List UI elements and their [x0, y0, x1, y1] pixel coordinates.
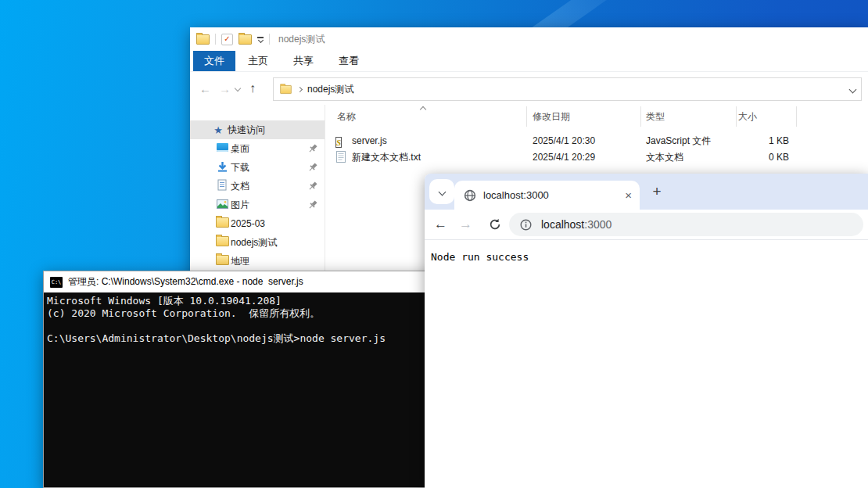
column-header-modified[interactable]: 修改日期 [533, 108, 570, 125]
js-file-icon: S [335, 135, 348, 147]
url-host: localhost [541, 218, 584, 231]
separator [269, 34, 270, 45]
tab-search-button[interactable] [429, 179, 454, 204]
breadcrumb[interactable]: nodejs测试 [307, 83, 353, 96]
cmd-line [47, 320, 477, 332]
desktop-icon [216, 143, 228, 154]
cmd-output: Microsoft Windows [版本 10.0.19041.208] (c… [44, 292, 480, 487]
sidebar-item-downloads[interactable]: 下载 [190, 158, 325, 177]
sidebar-item-quick-access[interactable]: ★ 快速访问 [190, 120, 325, 139]
cmd-line: (c) 2020 Microsoft Corporation. 保留所有权利。 [47, 307, 477, 320]
window-title: nodejs测试 [278, 33, 325, 46]
column-header-name[interactable]: 名称 [337, 108, 356, 125]
pin-icon [307, 162, 318, 173]
close-tab-icon[interactable]: × [625, 189, 632, 201]
address-url[interactable]: localhost:3000 [541, 218, 612, 231]
address-bar[interactable]: nodejs测试 [273, 77, 862, 101]
download-icon [216, 161, 228, 174]
sidebar-item-nodejs-test[interactable]: nodejs测试 [190, 233, 325, 252]
folder-icon [216, 236, 228, 249]
column-header-type[interactable]: 类型 [646, 108, 665, 125]
folder-icon [216, 255, 228, 267]
browser-tabstrip: localhost:3000 × + [425, 174, 868, 210]
page-content-text: Node run success [425, 240, 868, 263]
sidebar-item-2025-03[interactable]: 2025-03 [190, 214, 325, 233]
pictures-icon [216, 199, 228, 211]
sidebar-item-pictures[interactable]: 图片 [190, 196, 325, 214]
cmd-titlebar[interactable]: C:\ 管理员: C:\Windows\System32\cmd.exe - n… [44, 271, 480, 292]
file-row-new-text-document[interactable]: 新建文本文档.txt 2025/4/1 20:29 文本文档 0 KB [325, 149, 868, 166]
quick-access-check-icon[interactable]: ✓ [221, 34, 233, 45]
tab-view[interactable]: 查看 [326, 51, 371, 71]
cmd-line: Microsoft Windows [版本 10.0.19041.208] [47, 295, 477, 307]
file-row-server-js[interactable]: S server.js 2025/4/1 20:30 JavaScript 文件… [325, 133, 868, 149]
back-icon[interactable]: ← [434, 210, 447, 239]
tab-file[interactable]: 文件 [193, 51, 235, 71]
up-icon[interactable]: ↑ [249, 82, 256, 95]
quick-access-star-icon: ★ [212, 124, 224, 136]
reload-icon[interactable] [489, 210, 501, 239]
pin-icon [307, 181, 318, 192]
cmd-icon: C:\ [50, 277, 63, 288]
explorer-titlebar: ✓ nodejs测试 [190, 27, 868, 51]
column-separator[interactable] [796, 106, 797, 127]
history-chevron-icon[interactable] [235, 85, 241, 92]
separator [215, 34, 216, 45]
browser-page: Node run success [425, 240, 868, 488]
cmd-line: C:\Users\Administrator\Desktop\nodejs测试>… [47, 332, 477, 345]
url-port: :3000 [584, 218, 612, 231]
tab-home[interactable]: 主页 [235, 51, 281, 71]
tab-share[interactable]: 共享 [281, 51, 326, 71]
folder-icon [280, 84, 291, 93]
tab-title: localhost:3000 [483, 189, 549, 201]
forward-icon[interactable]: → [459, 210, 472, 239]
txt-file-icon [335, 151, 348, 163]
column-separator[interactable] [526, 106, 527, 127]
document-icon [216, 179, 228, 193]
desktop: ✓ nodejs测试 文件 主页 共享 查看 ← → ↑ nodejs测试 [0, 0, 868, 488]
sidebar-item-documents[interactable]: 文档 [190, 177, 325, 196]
qat-dropdown-icon[interactable] [257, 37, 264, 42]
chevron-down-icon [438, 188, 446, 196]
folder-icon [239, 34, 252, 45]
info-icon[interactable] [520, 219, 532, 231]
column-header-size[interactable]: 大小 [738, 108, 757, 125]
sidebar-item-geography[interactable]: 地理 [190, 252, 325, 271]
pin-icon [307, 143, 318, 154]
browser-window: localhost:3000 × + ← → localhost:3000 No… [425, 174, 868, 488]
column-separator[interactable] [736, 106, 737, 127]
cmd-window: C:\ 管理员: C:\Windows\System32\cmd.exe - n… [43, 271, 481, 488]
column-separator[interactable] [640, 106, 641, 127]
folder-icon [216, 217, 228, 230]
pin-icon [307, 199, 318, 210]
browser-tab-localhost[interactable]: localhost:3000 × [454, 181, 640, 210]
forward-icon[interactable]: → [219, 83, 231, 95]
breadcrumb-chevron-icon [297, 86, 303, 92]
sort-ascending-icon [420, 106, 426, 113]
sidebar-item-desktop[interactable]: 桌面 [190, 139, 325, 158]
cmd-window-title: 管理员: C:\Windows\System32\cmd.exe - node … [68, 275, 303, 289]
new-tab-button[interactable]: + [648, 183, 665, 200]
browser-toolbar: ← → localhost:3000 [425, 210, 868, 240]
ribbon-tabbar: 文件 主页 共享 查看 [190, 51, 868, 72]
globe-icon [464, 189, 476, 202]
address-dropdown-icon[interactable] [849, 85, 857, 93]
folder-icon [196, 34, 210, 45]
explorer-navbar: ← → ↑ nodejs测试 [190, 72, 868, 105]
file-list-header: 名称 修改日期 类型 大小 [325, 105, 868, 128]
back-icon[interactable]: ← [199, 83, 211, 95]
browser-address-bar[interactable]: localhost:3000 [509, 213, 863, 236]
